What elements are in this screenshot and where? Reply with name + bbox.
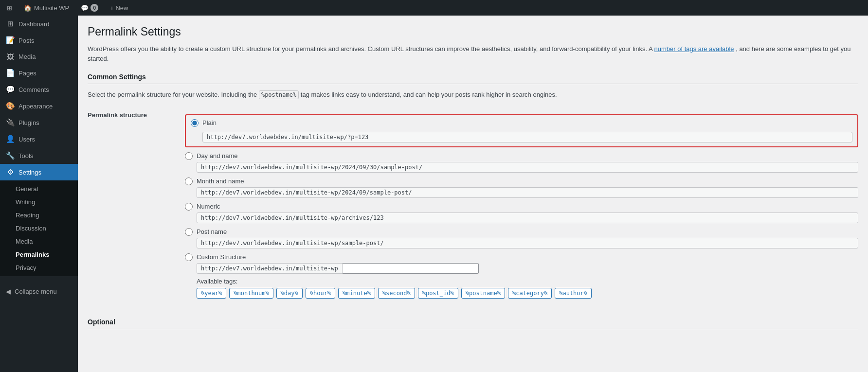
wp-logo[interactable]: ⊞ (4, 0, 15, 16)
sidebar-item-appearance[interactable]: 🎨 Appearance (0, 98, 78, 114)
sidebar-item-users[interactable]: 👤 Users (0, 131, 78, 147)
month-name-url: http://dev7.worldwebdev.in/multisite-wp/… (197, 187, 858, 198)
tag-day[interactable]: %day% (276, 288, 303, 299)
numeric-radio-input[interactable] (185, 203, 193, 211)
sidebar-sub-item-permalinks[interactable]: Permalinks (0, 248, 78, 261)
pages-icon: 📄 (6, 69, 15, 77)
option-month-name: Month and name http://dev7.worldwebdev.i… (185, 177, 858, 198)
permalink-options-cell: Plain http://dev7.worldwebdev.in/multisi… (185, 109, 858, 308)
sidebar-sub-item-discussion[interactable]: Discussion (0, 222, 78, 235)
sidebar-item-media[interactable]: 🖼 Media (0, 49, 78, 65)
postname-tag: %postname% (259, 90, 299, 99)
month-name-radio-label[interactable]: Month and name (185, 177, 858, 185)
users-icon: 👤 (6, 135, 15, 143)
layout: ⊞ Dashboard 📝 Posts 🖼 Media 📄 Pages 💬 Co… (0, 16, 868, 372)
option-plain: Plain http://dev7.worldwebdev.in/multisi… (185, 114, 858, 147)
custom-base-url: http://dev7.worldwebdev.in/multisite-wp (197, 263, 343, 274)
dashboard-icon: ⊞ (6, 19, 15, 28)
plain-selected-box: Plain http://dev7.worldwebdev.in/multisi… (185, 114, 858, 147)
page-title: Permalink Settings (88, 25, 858, 38)
comment-count-badge: 0 (90, 4, 98, 12)
site-name[interactable]: 🏠 Multisite WP (21, 0, 72, 16)
settings-table: Permalink structure Plain http://dev7.wo… (88, 109, 858, 308)
comments-button[interactable]: 💬 0 (78, 0, 101, 16)
wp-icon: ⊞ (7, 4, 12, 12)
sidebar: ⊞ Dashboard 📝 Posts 🖼 Media 📄 Pages 💬 Co… (0, 16, 78, 372)
option-post-name: Post name http://dev7.worldwebdev.in/mul… (185, 228, 858, 248)
tag-author[interactable]: %author% (555, 288, 592, 299)
plugins-icon: 🔌 (6, 118, 15, 127)
sidebar-sub-item-writing[interactable]: Writing (0, 195, 78, 209)
option-day-name: Day and name http://dev7.worldwebdev.in/… (185, 152, 858, 173)
sidebar-item-plugins[interactable]: 🔌 Plugins (0, 114, 78, 131)
sidebar-item-settings[interactable]: ⚙ Settings (0, 164, 78, 180)
sidebar-sub-item-privacy[interactable]: Privacy (0, 261, 78, 274)
posts-icon: 📝 (6, 36, 15, 45)
new-button[interactable]: + New (107, 0, 131, 16)
plain-url: http://dev7.worldwebdev.in/multisite-wp/… (202, 132, 852, 142)
permalink-structure-row: Permalink structure Plain http://dev7.wo… (88, 109, 858, 308)
tags-container: %year% %monthnum% %day% %hour% %minute% … (197, 288, 858, 299)
custom-structure-radio-label[interactable]: Custom Structure (185, 253, 858, 261)
day-name-radio-input[interactable] (185, 152, 193, 160)
tag-category[interactable]: %category% (508, 288, 552, 299)
numeric-url: http://dev7.worldwebdev.in/multisite-wp/… (197, 213, 858, 223)
tools-icon: 🔧 (6, 151, 15, 160)
tag-post-id[interactable]: %post_id% (418, 288, 458, 299)
collapse-menu-button[interactable]: ◀ Collapse menu (0, 284, 78, 299)
comment-icon: 💬 (81, 4, 89, 12)
option-custom-structure: Custom Structure http://dev7.worldwebdev… (185, 253, 858, 299)
plain-radio-label[interactable]: Plain (191, 119, 852, 127)
settings-submenu: General Writing Reading Discussion Media… (0, 180, 78, 276)
tag-hour[interactable]: %hour% (306, 288, 335, 299)
intro-paragraph: WordPress offers you the ability to crea… (88, 44, 858, 63)
collapse-icon: ◀ (6, 288, 11, 295)
sidebar-item-posts[interactable]: 📝 Posts (0, 32, 78, 49)
sidebar-sub-item-reading[interactable]: Reading (0, 209, 78, 222)
sidebar-sub-item-general[interactable]: General (0, 182, 78, 195)
option-numeric: Numeric http://dev7.worldwebdev.in/multi… (185, 203, 858, 223)
post-name-radio-input[interactable] (185, 228, 193, 236)
sidebar-item-pages[interactable]: 📄 Pages (0, 65, 78, 81)
plain-radio-input[interactable] (191, 119, 199, 127)
tag-postname[interactable]: %postname% (461, 288, 505, 299)
appearance-icon: 🎨 (6, 102, 15, 110)
media-icon: 🖼 (6, 53, 15, 61)
tags-link[interactable]: number of tags are available (654, 45, 734, 53)
custom-structure-input[interactable] (343, 263, 479, 274)
common-settings-desc: Select the permalink structure for your … (88, 90, 858, 100)
day-name-url: http://dev7.worldwebdev.in/multisite-wp/… (197, 162, 858, 173)
sidebar-item-comments[interactable]: 💬 Comments (0, 81, 78, 98)
sidebar-item-tools[interactable]: 🔧 Tools (0, 147, 78, 164)
common-settings-title: Common Settings (88, 73, 858, 84)
main-content: Permalink Settings WordPress offers you … (78, 16, 868, 372)
sidebar-sub-item-media-settings[interactable]: Media (0, 235, 78, 248)
tag-monthnum[interactable]: %monthnum% (229, 288, 273, 299)
settings-icon: ⚙ (6, 168, 15, 177)
available-tags-label: Available tags: (197, 278, 858, 285)
comments-icon: 💬 (6, 85, 15, 94)
sidebar-item-dashboard[interactable]: ⊞ Dashboard (0, 16, 78, 32)
optional-title: Optional (88, 318, 858, 329)
month-name-radio-input[interactable] (185, 177, 193, 185)
tag-second[interactable]: %second% (378, 288, 415, 299)
house-icon: 🏠 (24, 4, 32, 12)
day-name-radio-label[interactable]: Day and name (185, 152, 858, 160)
numeric-radio-label[interactable]: Numeric (185, 203, 858, 211)
custom-structure-radio-input[interactable] (185, 253, 193, 261)
tag-year[interactable]: %year% (197, 288, 226, 299)
tag-minute[interactable]: %minute% (338, 288, 375, 299)
topbar: ⊞ 🏠 Multisite WP 💬 0 + New (0, 0, 868, 16)
post-name-url: http://dev7.worldwebdev.in/multisite-wp/… (197, 238, 858, 248)
custom-structure-input-row: http://dev7.worldwebdev.in/multisite-wp (197, 263, 858, 274)
permalink-structure-label: Permalink structure (88, 109, 185, 308)
post-name-radio-label[interactable]: Post name (185, 228, 858, 236)
